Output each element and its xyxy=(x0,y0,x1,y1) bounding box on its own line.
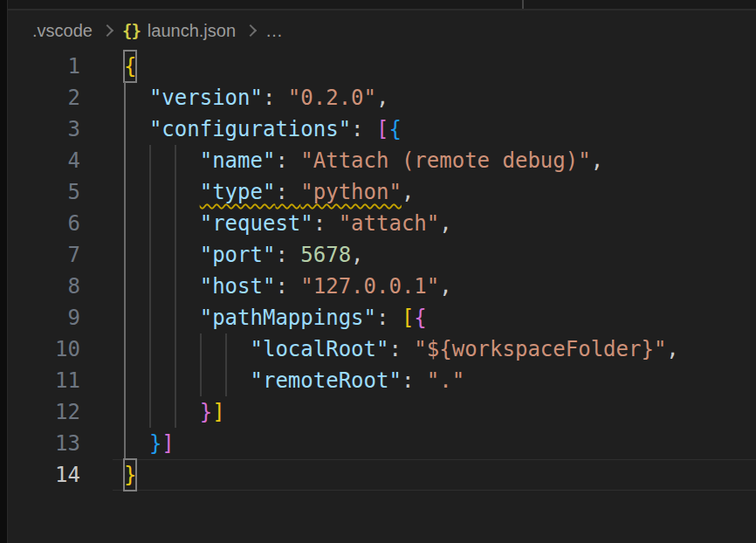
code-token: : xyxy=(402,368,427,393)
code-line[interactable]: 13 }] xyxy=(8,428,756,459)
code-line[interactable]: 4 "name": "Attach (remote debug)", xyxy=(8,145,756,176)
code-line[interactable]: 5 "type": "python", xyxy=(8,176,756,208)
line-number[interactable]: 11 xyxy=(8,365,80,396)
code-token: : xyxy=(313,211,339,236)
code-token xyxy=(124,368,251,393)
code-token: : xyxy=(275,180,300,204)
line-content: "remoteRoot": "." xyxy=(124,365,464,396)
code-token: , xyxy=(591,148,603,173)
code-token: "." xyxy=(427,368,464,393)
code-line[interactable]: 7 "port": 5678, xyxy=(8,239,756,271)
indent-guide xyxy=(149,333,151,365)
line-number[interactable]: 10 xyxy=(8,333,80,365)
code-token xyxy=(124,148,200,173)
tab-separator xyxy=(522,0,524,9)
code-line[interactable]: 2 "version": "0.2.0", xyxy=(8,82,756,113)
warning-squiggle: "type": "python" xyxy=(200,180,402,204)
code-token: "port" xyxy=(200,243,276,267)
code-token: 5678 xyxy=(300,243,351,267)
code-token: "${workspaceFolder}" xyxy=(414,337,666,361)
indent-guide xyxy=(149,365,151,396)
code-line[interactable]: 6 "request": "attach", xyxy=(8,208,756,239)
chevron-right-icon xyxy=(101,24,113,37)
line-number[interactable]: 14 xyxy=(8,459,80,491)
code-token: "localRoot" xyxy=(251,337,389,361)
code-token xyxy=(124,86,149,110)
code-line[interactable]: 10 "localRoot": "${workspaceFolder}", xyxy=(8,333,756,365)
breadcrumb-file-label: launch.json xyxy=(148,21,236,41)
breadcrumb-file[interactable]: {} launch.json xyxy=(122,21,236,41)
code-token: , xyxy=(402,180,414,204)
indent-guide xyxy=(225,333,227,365)
code-token: [ xyxy=(402,306,414,330)
code-line[interactable]: 3 "configurations": [{ xyxy=(8,113,756,145)
indent-guide xyxy=(149,208,151,239)
code-token: "attach" xyxy=(339,211,440,236)
line-number[interactable]: 13 xyxy=(8,428,80,459)
line-content: "port": 5678, xyxy=(124,239,364,271)
indent-guide xyxy=(200,333,202,365)
indent-guide xyxy=(225,365,227,396)
line-number[interactable]: 5 xyxy=(8,176,80,208)
code-token: ] xyxy=(212,400,224,424)
current-line-highlight xyxy=(113,459,756,491)
editor-pane: .vscode {} launch.json … 1{2 "version": … xyxy=(8,10,756,543)
code-token: "remoteRoot" xyxy=(251,368,402,393)
code-token: , xyxy=(439,274,451,299)
code-line[interactable]: 12 }] xyxy=(8,396,756,428)
json-file-icon: {} xyxy=(122,21,141,40)
line-number[interactable]: 7 xyxy=(8,239,80,271)
code-token: : xyxy=(275,148,300,173)
code-token: { xyxy=(388,117,401,141)
line-number[interactable]: 3 xyxy=(8,113,80,145)
editor-tab-bar[interactable] xyxy=(8,0,756,10)
indent-guide xyxy=(175,176,176,208)
line-number[interactable]: 8 xyxy=(8,271,80,302)
active-indent-guide xyxy=(124,113,126,145)
line-content: }] xyxy=(124,428,175,459)
code-line[interactable]: 14} xyxy=(8,459,756,491)
code-token xyxy=(124,274,200,299)
active-indent-guide xyxy=(124,208,126,239)
code-token: "type" xyxy=(200,180,276,204)
line-content: }] xyxy=(124,396,225,428)
code-token xyxy=(124,211,200,236)
breadcrumb: .vscode {} launch.json … xyxy=(8,10,756,51)
code-line[interactable]: 1{ xyxy=(8,51,756,82)
line-content: "configurations": [{ xyxy=(124,113,402,145)
code-token: : xyxy=(275,243,300,267)
line-content: "localRoot": "${workspaceFolder}", xyxy=(124,333,679,365)
indent-guide xyxy=(175,365,176,396)
code-token: } xyxy=(200,400,212,424)
line-number[interactable]: 9 xyxy=(8,302,80,333)
code-token: "version" xyxy=(149,86,263,110)
breadcrumb-symbol-ellipsis[interactable]: … xyxy=(265,21,283,41)
chevron-right-icon xyxy=(244,24,257,37)
line-number[interactable]: 6 xyxy=(8,208,80,239)
code-token: "0.2.0" xyxy=(288,86,376,110)
line-number[interactable]: 1 xyxy=(8,51,80,82)
indent-guide xyxy=(175,302,176,333)
code-token: "python" xyxy=(300,180,402,204)
line-number[interactable]: 4 xyxy=(8,145,80,176)
breadcrumb-folder[interactable]: .vscode xyxy=(32,21,93,41)
line-number[interactable]: 2 xyxy=(8,82,80,113)
indent-guide xyxy=(175,271,176,302)
code-line[interactable]: 8 "host": "127.0.0.1", xyxy=(8,271,756,302)
indent-guide xyxy=(149,176,151,208)
active-indent-guide xyxy=(124,239,126,271)
active-indent-guide xyxy=(124,428,126,459)
line-number[interactable]: 12 xyxy=(8,396,80,428)
code-token: "pathMappings" xyxy=(200,306,376,330)
code-line[interactable]: 9 "pathMappings": [{ xyxy=(8,302,756,333)
indent-guide xyxy=(175,239,176,271)
code-token: , xyxy=(666,337,678,361)
code-token: : xyxy=(263,86,288,110)
code-token: "request" xyxy=(200,211,313,236)
bracket-match: } xyxy=(124,459,136,491)
active-indent-guide xyxy=(124,176,126,208)
code-token: { xyxy=(414,306,426,330)
code-line[interactable]: 11 "remoteRoot": "." xyxy=(8,365,756,396)
code-token: , xyxy=(439,211,451,236)
code-area: 1{2 "version": "0.2.0",3 "configurations… xyxy=(8,51,756,491)
